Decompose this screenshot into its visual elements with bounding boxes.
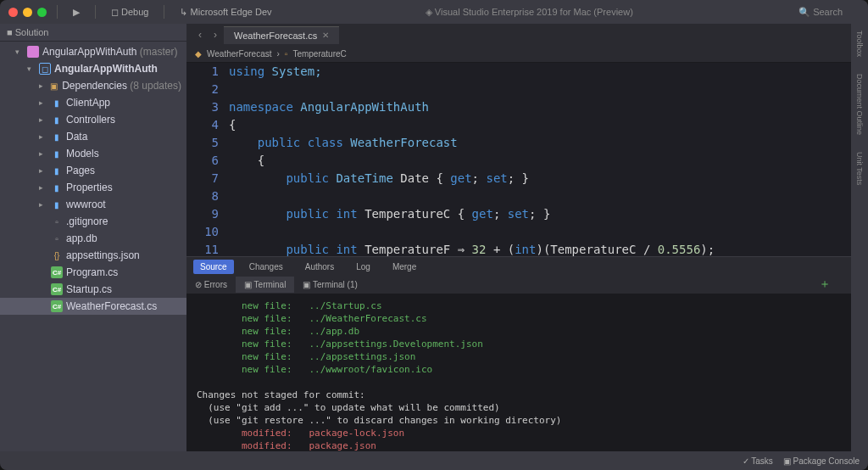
solution-node[interactable]: ▾ AngularAppWithAuth (master) [0, 43, 186, 60]
solution-explorer: ■ Solution ▾ AngularAppWithAuth (master)… [0, 24, 186, 451]
solution-tree: ▾ AngularAppWithAuth (master) ▾ ◻ Angula… [0, 42, 186, 451]
output-tabs: ⊘ Errors▣ Terminal▣ Terminal (1) ＋ [186, 276, 851, 294]
cs-file-icon: C# [51, 266, 63, 278]
dependencies-node[interactable]: ▸ ▣ Dependencies (8 updates) [0, 77, 186, 94]
project-icon: ◻ [39, 63, 51, 75]
folder-data[interactable]: ▸▮Data [0, 128, 186, 145]
breadcrumb[interactable]: ◆WeatherForecast › ▫TemperatureC [186, 46, 851, 63]
folder-properties[interactable]: ▸▮Properties [0, 179, 186, 196]
project-node[interactable]: ▾ ◻ AngularAppWithAuth [0, 60, 186, 77]
file-program-cs[interactable]: C#Program.cs [0, 264, 186, 281]
chevron-down-icon[interactable]: ▾ [15, 48, 24, 56]
separator [164, 5, 164, 19]
add-terminal-button[interactable]: ＋ [819, 277, 831, 292]
editor-tabbar: ‹ › WeatherForecast.cs ✕ [186, 24, 851, 46]
app-window: ▶ ◻ Debug ↳ Microsoft Edge Dev ◈ Visual … [0, 0, 868, 470]
separator [57, 5, 58, 19]
window-controls [8, 8, 47, 17]
cs-file-icon: C# [51, 300, 63, 312]
file--gitignore[interactable]: ▫.gitignore [0, 213, 186, 230]
chevron-right-icon[interactable]: ▸ [39, 132, 47, 141]
chevron-right-icon[interactable]: ▸ [39, 98, 47, 107]
tab-source[interactable]: Source [193, 260, 234, 274]
cs-file-icon: C# [51, 283, 63, 295]
document-outline-tab[interactable]: Document Outline [855, 74, 864, 135]
tab-merge[interactable]: Merge [386, 260, 423, 274]
run-button[interactable]: ▶ [68, 5, 85, 20]
folder-icon: ▮ [51, 148, 63, 159]
folder-controllers[interactable]: ▸▮Controllers [0, 111, 186, 128]
folder-icon: ▮ [51, 114, 63, 126]
class-icon: ◆ [195, 49, 202, 59]
right-tool-rail: Toolbox Document Outline Unit Tests [851, 24, 868, 451]
search-field[interactable]: 🔍 Search [782, 7, 860, 18]
editor-tab[interactable]: WeatherForecast.cs ✕ [224, 26, 339, 44]
folder-icon: ▮ [51, 97, 63, 109]
folder-icon: ▮ [51, 182, 63, 193]
json-file-icon: {} [51, 249, 63, 261]
config-selector[interactable]: ◻ Debug [106, 5, 153, 20]
subtab-terminal[interactable]: ▣ Terminal [236, 277, 294, 293]
nav-forward-icon[interactable]: › [209, 29, 222, 41]
chevron-right-icon[interactable]: ▸ [39, 200, 47, 209]
file-file-icon: ▫ [51, 232, 63, 244]
editor-area: ‹ › WeatherForecast.cs ✕ ◆WeatherForecas… [186, 24, 851, 451]
statusbar: ✓ Tasks ▣ Package Console [0, 451, 868, 470]
subtab-terminal1[interactable]: ▣ Terminal (1) [294, 277, 365, 293]
chevron-right-icon[interactable]: ▸ [39, 149, 47, 158]
subtab-errors[interactable]: ⊘ Errors [186, 277, 236, 293]
chevron-right-icon[interactable]: ▸ [39, 81, 46, 90]
chevron-right-icon[interactable]: ▸ [39, 183, 47, 192]
terminal-output[interactable]: new file: ../Startup.cs new file: ../Wea… [186, 294, 851, 451]
package-icon: ▣ [49, 80, 58, 92]
chevron-right-icon[interactable]: ▸ [39, 115, 47, 124]
solution-icon [27, 46, 39, 58]
nav-back-icon[interactable]: ‹ [193, 29, 207, 41]
folder-icon: ▮ [51, 199, 63, 210]
code-content[interactable]: using System; namespace AngularAppWithAu… [229, 63, 851, 256]
tab-log[interactable]: Log [349, 260, 377, 274]
file-weatherforecast-cs[interactable]: C#WeatherForecast.cs [0, 298, 186, 315]
body: ■ Solution ▾ AngularAppWithAuth (master)… [0, 24, 868, 451]
minimize-icon[interactable] [23, 8, 32, 17]
titlebar: ▶ ◻ Debug ↳ Microsoft Edge Dev ◈ Visual … [0, 0, 868, 24]
tasks-button[interactable]: ✓ Tasks [743, 456, 773, 466]
folder-icon: ▮ [51, 131, 63, 143]
toolbox-tab[interactable]: Toolbox [855, 31, 864, 57]
close-icon[interactable] [8, 8, 18, 17]
tab-authors[interactable]: Authors [298, 260, 341, 274]
chevron-down-icon[interactable]: ▾ [27, 64, 36, 73]
file-app-db[interactable]: ▫app.db [0, 230, 186, 247]
unit-tests-tab[interactable]: Unit Tests [855, 152, 864, 185]
chevron-right-icon[interactable]: ▸ [39, 166, 47, 175]
app-title: ◈ Visual Studio Enterprise 2019 for Mac … [284, 7, 776, 18]
solution-header: ■ Solution [0, 24, 186, 42]
code-editor[interactable]: 123456789101112 using System; namespace … [186, 63, 851, 256]
zoom-icon[interactable] [37, 8, 47, 17]
line-gutter: 123456789101112 [186, 63, 229, 256]
source-control-tabs: SourceChangesAuthorsLogMerge [186, 257, 851, 276]
folder-wwwroot[interactable]: ▸▮wwwroot [0, 196, 186, 213]
package-console-button[interactable]: ▣ Package Console [783, 456, 860, 466]
close-tab-icon[interactable]: ✕ [322, 31, 329, 40]
tab-changes[interactable]: Changes [242, 260, 290, 274]
file-appsettings-json[interactable]: {}appsettings.json [0, 247, 186, 264]
bottom-pane: SourceChangesAuthorsLogMerge ⊘ Errors▣ T… [186, 256, 851, 451]
target-selector[interactable]: ↳ Microsoft Edge Dev [175, 5, 276, 20]
folder-pages[interactable]: ▸▮Pages [0, 162, 186, 179]
property-icon: ▫ [285, 49, 288, 59]
file-file-icon: ▫ [51, 215, 63, 227]
file-startup-cs[interactable]: C#Startup.cs [0, 281, 186, 298]
folder-icon: ▮ [51, 165, 63, 176]
folder-clientapp[interactable]: ▸▮ClientApp [0, 94, 186, 111]
folder-models[interactable]: ▸▮Models [0, 145, 186, 162]
separator [95, 5, 96, 19]
